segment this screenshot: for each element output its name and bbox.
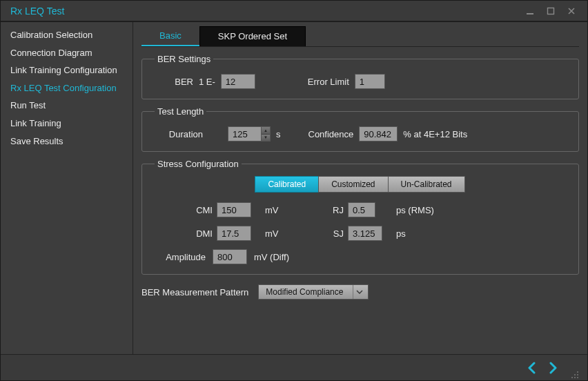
- sj-input[interactable]: [348, 226, 382, 241]
- sj-label: SJ: [306, 228, 348, 239]
- amplitude-input[interactable]: [213, 249, 247, 264]
- duration-unit: s: [276, 129, 281, 139]
- duration-input[interactable]: [228, 126, 261, 141]
- chevron-down-icon: [353, 285, 365, 299]
- amplitude-unit: mV (Diff): [254, 252, 289, 262]
- tab-strip: Basic SKP Ordered Set: [141, 26, 579, 47]
- pattern-select[interactable]: Modified Compliance: [258, 284, 369, 300]
- sidebar-item-rx-leq-test-configuration[interactable]: Rx LEQ Test Configuration: [1, 79, 133, 97]
- toggle-uncalibrated[interactable]: Un-Calibrated: [388, 176, 465, 193]
- svg-point-3: [574, 374, 576, 375]
- sj-unit: ps: [396, 228, 451, 239]
- svg-point-7: [577, 377, 578, 378]
- svg-point-5: [571, 377, 573, 378]
- svg-rect-0: [527, 13, 533, 14]
- svg-point-4: [577, 374, 578, 375]
- sidebar-item-connection-diagram[interactable]: Connection Diagram: [1, 44, 133, 62]
- footer: [1, 354, 587, 380]
- pattern-select-value: Modified Compliance: [266, 287, 343, 297]
- duration-step-down[interactable]: ▼: [262, 135, 270, 141]
- ber-prefix: 1 E-: [199, 77, 215, 87]
- ber-input[interactable]: [221, 74, 255, 89]
- tab-skp-ordered-set[interactable]: SKP Ordered Set: [199, 26, 306, 46]
- resize-grip-icon[interactable]: [569, 369, 579, 379]
- prev-button[interactable]: [524, 360, 540, 376]
- duration-label: Duration: [155, 129, 203, 139]
- dmi-input[interactable]: [217, 226, 251, 241]
- group-ber-settings: BER Settings BER 1 E- Error Limit: [141, 54, 579, 99]
- sidebar-item-link-training-configuration[interactable]: Link Training Configuration: [1, 61, 133, 79]
- confidence-input[interactable]: [359, 126, 398, 141]
- legend-ber-settings: BER Settings: [155, 54, 213, 64]
- amplitude-label: Amplitude: [155, 252, 206, 262]
- sidebar-item-save-results[interactable]: Save Results: [1, 133, 133, 150]
- legend-stress-configuration: Stress Configuration: [155, 159, 242, 169]
- toggle-customized[interactable]: Customized: [318, 176, 388, 193]
- svg-point-6: [574, 377, 576, 378]
- main-panel: Basic SKP Ordered Set BER Settings BER 1…: [133, 22, 587, 354]
- sidebar-item-run-test[interactable]: Run Test: [1, 97, 133, 115]
- error-limit-input[interactable]: [355, 74, 385, 89]
- cmi-input[interactable]: [217, 202, 251, 217]
- duration-step-up[interactable]: ▲: [262, 127, 270, 135]
- confidence-suffix: % at 4E+12 Bits: [403, 129, 467, 139]
- minimize-button[interactable]: [520, 3, 540, 19]
- titlebar: Rx LEQ Test: [1, 1, 587, 21]
- confidence-label: Confidence: [308, 129, 354, 139]
- content-body: Calibration Selection Connection Diagram…: [1, 21, 587, 354]
- toggle-calibrated[interactable]: Calibrated: [255, 176, 319, 193]
- sidebar: Calibration Selection Connection Diagram…: [1, 22, 133, 354]
- legend-test-length: Test Length: [155, 106, 206, 117]
- pattern-label: BER Measurement Pattern: [141, 287, 248, 297]
- sidebar-item-link-training[interactable]: Link Training: [1, 115, 133, 133]
- app-window: Rx LEQ Test Calibration Selection Connec…: [0, 0, 588, 381]
- group-stress-configuration: Stress Configuration Calibrated Customiz…: [141, 159, 579, 275]
- maximize-button[interactable]: [540, 3, 561, 19]
- dmi-unit: mV: [265, 228, 306, 239]
- dmi-label: DMI: [155, 228, 217, 239]
- duration-input-wrap: ▲ ▼: [228, 126, 271, 141]
- rj-input[interactable]: [348, 202, 375, 217]
- sidebar-item-calibration-selection[interactable]: Calibration Selection: [1, 26, 133, 44]
- group-test-length: Test Length Duration ▲ ▼ s Confidence: [141, 106, 579, 152]
- stress-mode-toggle: Calibrated Customized Un-Calibrated: [155, 176, 566, 193]
- error-limit-label: Error Limit: [308, 77, 349, 87]
- rj-unit: ps (RMS): [396, 205, 451, 215]
- svg-point-2: [577, 371, 578, 373]
- close-button[interactable]: [561, 3, 582, 19]
- window-title: Rx LEQ Test: [10, 6, 520, 17]
- tab-basic[interactable]: Basic: [141, 26, 199, 46]
- rj-label: RJ: [306, 205, 348, 215]
- cmi-label: CMI: [155, 205, 217, 215]
- next-button[interactable]: [545, 360, 561, 376]
- ber-label: BER: [155, 77, 193, 87]
- cmi-unit: mV: [265, 205, 306, 215]
- svg-rect-1: [548, 8, 554, 14]
